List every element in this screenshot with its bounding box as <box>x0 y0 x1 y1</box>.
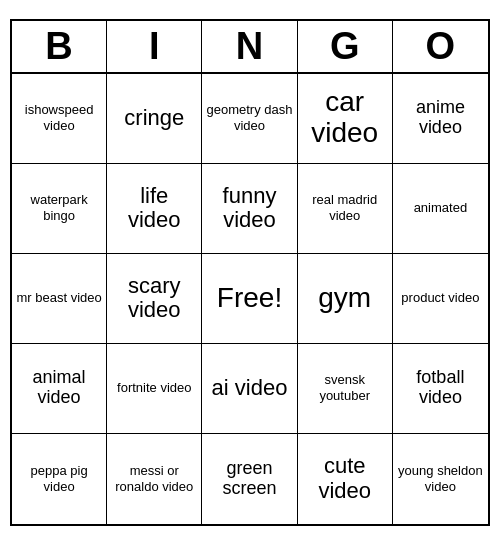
bingo-cell[interactable]: mr beast video <box>12 254 107 344</box>
bingo-cell[interactable]: gym <box>298 254 393 344</box>
cell-text: peppa pig video <box>16 463 102 494</box>
bingo-letter: B <box>12 21 107 72</box>
bingo-cell[interactable]: messi or ronaldo video <box>107 434 202 524</box>
cell-text: green screen <box>206 459 292 499</box>
cell-text: waterpark bingo <box>16 192 102 223</box>
bingo-header: BINGO <box>12 21 488 74</box>
bingo-cell[interactable]: life video <box>107 164 202 254</box>
bingo-cell[interactable]: ishowspeed video <box>12 74 107 164</box>
bingo-cell[interactable]: car video <box>298 74 393 164</box>
bingo-cell[interactable]: peppa pig video <box>12 434 107 524</box>
cell-text: Free! <box>217 283 282 314</box>
bingo-cell[interactable]: funny video <box>202 164 297 254</box>
cell-text: funny video <box>206 184 292 232</box>
cell-text: messi or ronaldo video <box>111 463 197 494</box>
bingo-cell[interactable]: waterpark bingo <box>12 164 107 254</box>
bingo-card: BINGO ishowspeed videocringegeometry das… <box>10 19 490 526</box>
cell-text: gym <box>318 283 371 314</box>
cell-text: svensk youtuber <box>302 372 388 403</box>
cell-text: ishowspeed video <box>16 102 102 133</box>
bingo-cell[interactable]: geometry dash video <box>202 74 297 164</box>
bingo-cell[interactable]: fotball video <box>393 344 488 434</box>
bingo-letter: I <box>107 21 202 72</box>
cell-text: scary video <box>111 274 197 322</box>
cell-text: geometry dash video <box>206 102 292 133</box>
cell-text: animated <box>414 200 467 216</box>
bingo-grid: ishowspeed videocringegeometry dash vide… <box>12 74 488 524</box>
bingo-cell[interactable]: cringe <box>107 74 202 164</box>
bingo-cell[interactable]: cute video <box>298 434 393 524</box>
cell-text: real madrid video <box>302 192 388 223</box>
cell-text: cute video <box>302 454 388 502</box>
cell-text: mr beast video <box>16 290 101 306</box>
bingo-cell[interactable]: product video <box>393 254 488 344</box>
bingo-cell[interactable]: scary video <box>107 254 202 344</box>
cell-text: anime video <box>397 98 484 138</box>
bingo-cell[interactable]: young sheldon video <box>393 434 488 524</box>
cell-text: ai video <box>212 376 288 400</box>
cell-text: fotball video <box>397 368 484 408</box>
cell-text: young sheldon video <box>397 463 484 494</box>
cell-text: product video <box>401 290 479 306</box>
bingo-cell[interactable]: green screen <box>202 434 297 524</box>
cell-text: car video <box>302 87 388 149</box>
cell-text: cringe <box>124 106 184 130</box>
bingo-cell[interactable]: animal video <box>12 344 107 434</box>
cell-text: fortnite video <box>117 380 191 396</box>
bingo-cell[interactable]: fortnite video <box>107 344 202 434</box>
bingo-letter: G <box>298 21 393 72</box>
bingo-cell[interactable]: svensk youtuber <box>298 344 393 434</box>
bingo-cell[interactable]: anime video <box>393 74 488 164</box>
bingo-cell[interactable]: animated <box>393 164 488 254</box>
bingo-letter: N <box>202 21 297 72</box>
cell-text: animal video <box>16 368 102 408</box>
cell-text: life video <box>111 184 197 232</box>
bingo-cell[interactable]: ai video <box>202 344 297 434</box>
bingo-letter: O <box>393 21 488 72</box>
bingo-cell[interactable]: Free! <box>202 254 297 344</box>
bingo-cell[interactable]: real madrid video <box>298 164 393 254</box>
